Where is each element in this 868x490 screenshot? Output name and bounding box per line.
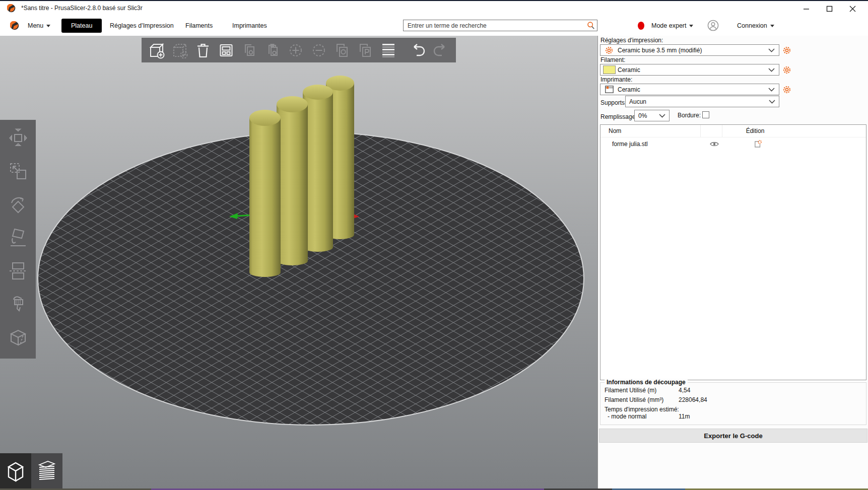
search-icon[interactable] [586, 21, 595, 30]
variable-layer-height-icon[interactable] [377, 39, 399, 61]
sliced-info-label: - mode normal [608, 413, 646, 420]
undo-icon[interactable] [407, 39, 428, 61]
remove-instance-icon [308, 39, 329, 61]
menu-bar: Menu Plateau Réglages d'Impression Filam… [0, 15, 868, 36]
object-name: forme julia.stl [600, 141, 704, 148]
print-settings-label: Réglages d'impression: [600, 37, 663, 44]
remove-object-icon [169, 39, 190, 61]
object-row[interactable]: forme julia.stl [600, 137, 866, 151]
printer-icon [600, 86, 618, 93]
sliced-info-value: 4,54 [679, 387, 690, 394]
scene-canvas [0, 36, 597, 490]
split-to-parts-icon [354, 39, 376, 61]
chevron-down-icon [768, 88, 775, 92]
edit-object-icon[interactable] [725, 137, 790, 151]
brim-checkbox[interactable] [702, 111, 709, 118]
3d-viewport[interactable] [0, 36, 597, 490]
eye-icon[interactable] [704, 137, 725, 151]
sliced-info-value: 228064,84 [679, 396, 707, 403]
seam-painting-icon[interactable] [5, 323, 31, 352]
tab-print-settings[interactable]: Réglages d'Impression [110, 15, 174, 36]
sliced-info-label: Filament Utilisé (m) [605, 387, 656, 394]
infill-label: Remplissage: [600, 113, 637, 120]
redo-icon [430, 39, 451, 61]
chevron-down-icon [659, 114, 665, 118]
title-bar: *Sans titre - PrusaSlicer-2.8.0 basé sur… [0, 0, 868, 15]
chevron-down-icon [768, 68, 775, 72]
window-title: *Sans titre - PrusaSlicer-2.8.0 basé sur… [21, 5, 143, 12]
edit-filament-gear-icon[interactable] [782, 65, 791, 74]
filament-label: Filament: [600, 56, 625, 63]
add-object-icon[interactable] [146, 39, 167, 61]
object-list-header: Nom Édition [600, 125, 866, 137]
brim-label: Bordure: [678, 112, 701, 119]
window-controls [794, 2, 864, 16]
export-gcode-button[interactable]: Exporter le G-code [599, 429, 867, 443]
move-icon[interactable] [5, 124, 31, 152]
column-visibility [700, 125, 722, 137]
connection-menu[interactable]: Connexion [737, 15, 774, 36]
prusaslicer-logo-icon-small [10, 15, 19, 36]
user-avatar-icon[interactable] [707, 15, 719, 36]
paint-supports-icon[interactable] [5, 290, 31, 318]
print-settings-combo[interactable]: Ceramic buse 3.5 mm (modifié) [600, 44, 779, 56]
close-button[interactable] [841, 2, 864, 16]
chevron-down-icon [770, 25, 774, 27]
preview-layers-view-button[interactable] [31, 453, 62, 490]
edit-printer-gear-icon[interactable] [782, 85, 791, 94]
view-mode-switch [0, 453, 62, 490]
supports-combo[interactable]: Aucun [625, 96, 779, 107]
mode-selector[interactable]: Mode expert [651, 15, 693, 36]
minimize-button[interactable] [794, 2, 818, 16]
scale-icon[interactable] [5, 157, 31, 185]
column-edition: Édition [722, 125, 788, 137]
gear-icon [600, 46, 618, 54]
search-box [403, 20, 597, 31]
chevron-down-icon [768, 48, 775, 52]
chevron-down-icon [769, 100, 775, 104]
delete-all-icon[interactable] [192, 39, 214, 61]
expert-mode-badge [638, 22, 644, 30]
sliced-info-label: Temps d'impression estimé: [605, 406, 679, 413]
prusaslicer-logo-icon [7, 4, 16, 13]
manipulation-toolbar [0, 120, 36, 359]
supports-label: Supports: [600, 99, 626, 106]
sliced-info-title: Informations de découpage [605, 379, 688, 386]
object-list: Nom Édition forme julia.stl [600, 124, 866, 380]
tab-filaments[interactable]: Filaments [185, 15, 213, 36]
split-to-objects-icon [331, 39, 353, 61]
search-input[interactable] [403, 20, 597, 31]
3d-editor-view-button[interactable] [0, 453, 31, 490]
object-toolbar [142, 38, 456, 62]
sliced-info-label: Filament Utilisé (mm³) [605, 396, 663, 403]
printer-combo[interactable]: Ceramic [600, 84, 779, 95]
filament-color-swatch [600, 65, 618, 74]
sliced-info-panel: Informations de découpage Filament Utili… [600, 382, 866, 425]
rotate-icon[interactable] [5, 190, 31, 219]
edit-print-settings-gear-icon[interactable] [782, 46, 791, 54]
chevron-down-icon [689, 25, 693, 27]
paste-icon [261, 39, 283, 61]
copy-icon [238, 39, 260, 61]
arrange-icon[interactable] [215, 39, 237, 61]
cut-icon[interactable] [5, 257, 31, 285]
tab-printers[interactable]: Imprimantes [232, 15, 267, 36]
printer-label: Imprimante: [600, 76, 632, 83]
sidebar: Réglages d'impression: Ceramic buse 3.5 … [597, 36, 868, 490]
place-on-face-icon[interactable] [5, 224, 31, 252]
add-instance-icon [285, 39, 306, 61]
infill-combo[interactable]: 0% [634, 110, 670, 121]
sliced-info-value: 11m [679, 413, 690, 420]
tab-plateau[interactable]: Plateau [61, 19, 102, 33]
column-name: Nom [600, 127, 700, 134]
filament-combo[interactable]: Ceramic [600, 64, 779, 76]
chevron-down-icon [46, 25, 50, 27]
maximize-button[interactable] [818, 2, 841, 16]
menu-dropdown[interactable]: Menu [28, 15, 50, 36]
